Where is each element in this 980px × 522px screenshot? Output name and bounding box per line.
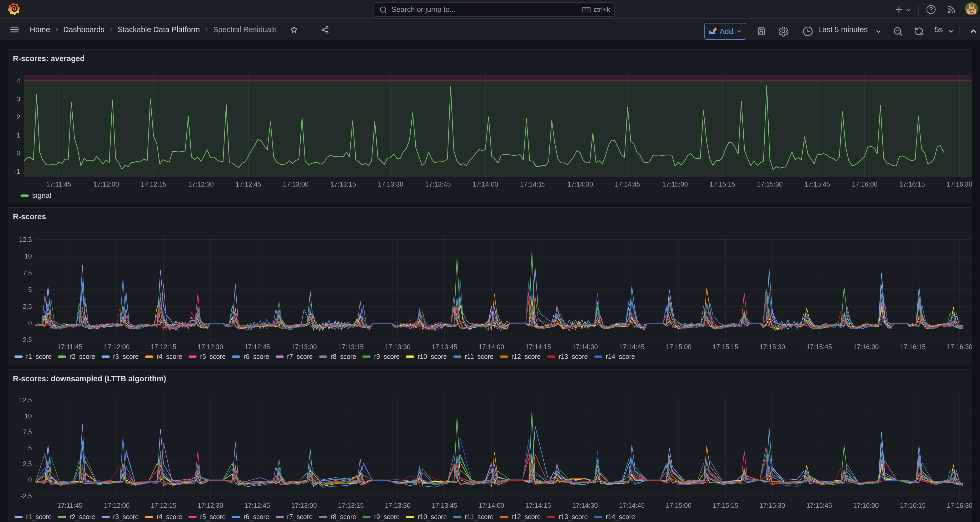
- svg-text:17:11:45: 17:11:45: [57, 502, 83, 509]
- svg-text:17:16:30: 17:16:30: [947, 180, 972, 188]
- svg-text:10: 10: [24, 252, 32, 260]
- svg-text:17:15:15: 17:15:15: [710, 180, 735, 188]
- svg-text:17:15:00: 17:15:00: [666, 502, 692, 509]
- svg-text:17:13:00: 17:13:00: [291, 502, 317, 509]
- svg-text:17:14:15: 17:14:15: [525, 502, 551, 509]
- svg-text:2.5: 2.5: [23, 460, 32, 468]
- svg-text:17:13:45: 17:13:45: [432, 343, 457, 350]
- svg-text:17:12:45: 17:12:45: [235, 180, 261, 188]
- svg-text:17:14:45: 17:14:45: [619, 343, 645, 350]
- svg-text:17:13:15: 17:13:15: [330, 180, 356, 188]
- svg-text:17:15:00: 17:15:00: [662, 180, 688, 188]
- svg-text:17:12:45: 17:12:45: [244, 343, 270, 350]
- svg-text:17:15:30: 17:15:30: [757, 180, 783, 188]
- svg-text:10: 10: [24, 412, 32, 420]
- svg-text:17:13:00: 17:13:00: [291, 343, 317, 350]
- svg-text:3: 3: [17, 96, 20, 103]
- svg-text:5: 5: [28, 286, 32, 293]
- svg-text:17:12:00: 17:12:00: [104, 343, 129, 350]
- svg-text:17:14:00: 17:14:00: [479, 502, 504, 509]
- svg-text:17:14:15: 17:14:15: [520, 180, 546, 188]
- svg-text:17:14:30: 17:14:30: [572, 502, 598, 509]
- svg-text:17:14:15: 17:14:15: [525, 343, 551, 350]
- svg-text:12.5: 12.5: [19, 396, 32, 404]
- svg-text:-1: -1: [14, 168, 20, 175]
- svg-text:17:13:00: 17:13:00: [283, 180, 309, 188]
- svg-text:17:15:15: 17:15:15: [713, 502, 738, 509]
- svg-text:17:15:30: 17:15:30: [759, 502, 785, 509]
- svg-text:17:11:45: 17:11:45: [46, 180, 71, 188]
- svg-text:17:16:15: 17:16:15: [900, 502, 926, 509]
- svg-text:-2.5: -2.5: [21, 492, 32, 500]
- svg-text:17:16:00: 17:16:00: [852, 180, 877, 188]
- svg-text:17:12:00: 17:12:00: [104, 502, 129, 509]
- svg-text:17:16:15: 17:16:15: [899, 180, 925, 188]
- svg-text:2.5: 2.5: [23, 303, 32, 310]
- svg-text:17:16:00: 17:16:00: [853, 343, 879, 350]
- svg-text:17:13:15: 17:13:15: [338, 343, 364, 350]
- svg-text:17:12:45: 17:12:45: [244, 502, 270, 509]
- svg-text:17:12:00: 17:12:00: [94, 180, 119, 188]
- svg-text:17:14:45: 17:14:45: [615, 180, 640, 188]
- svg-text:17:15:45: 17:15:45: [806, 502, 832, 509]
- svg-text:7.5: 7.5: [23, 269, 32, 277]
- svg-text:17:13:45: 17:13:45: [425, 180, 451, 188]
- svg-text:17:13:15: 17:13:15: [338, 502, 364, 509]
- svg-text:4: 4: [17, 77, 20, 85]
- svg-text:7.5: 7.5: [23, 428, 32, 436]
- svg-text:17:16:15: 17:16:15: [900, 343, 926, 350]
- svg-text:17:12:30: 17:12:30: [198, 343, 223, 350]
- svg-text:0: 0: [28, 319, 32, 327]
- svg-text:17:12:30: 17:12:30: [198, 502, 223, 509]
- svg-text:-2.5: -2.5: [21, 336, 32, 343]
- svg-text:17:11:45: 17:11:45: [57, 343, 83, 350]
- svg-text:1: 1: [17, 131, 20, 139]
- svg-text:5: 5: [28, 444, 32, 452]
- svg-text:17:15:45: 17:15:45: [806, 343, 832, 350]
- svg-text:12.5: 12.5: [19, 236, 32, 243]
- svg-text:17:15:30: 17:15:30: [759, 343, 785, 350]
- svg-text:17:14:30: 17:14:30: [572, 343, 598, 350]
- svg-text:17:16:30: 17:16:30: [947, 502, 972, 509]
- svg-text:17:16:00: 17:16:00: [853, 502, 879, 509]
- svg-text:17:15:45: 17:15:45: [804, 180, 830, 188]
- svg-text:17:12:15: 17:12:15: [151, 343, 177, 350]
- svg-text:17:12:15: 17:12:15: [151, 502, 177, 509]
- svg-text:17:14:30: 17:14:30: [568, 180, 593, 188]
- svg-text:17:13:30: 17:13:30: [385, 343, 410, 350]
- svg-text:17:14:00: 17:14:00: [479, 343, 504, 350]
- svg-text:0: 0: [28, 476, 32, 484]
- svg-text:17:15:00: 17:15:00: [666, 343, 692, 350]
- svg-text:17:14:45: 17:14:45: [619, 502, 645, 509]
- svg-text:17:12:15: 17:12:15: [141, 180, 166, 188]
- svg-text:2: 2: [17, 113, 20, 121]
- svg-text:17:12:30: 17:12:30: [188, 180, 214, 188]
- svg-text:0: 0: [17, 149, 20, 157]
- svg-text:17:16:30: 17:16:30: [947, 343, 972, 350]
- svg-text:17:13:30: 17:13:30: [385, 502, 410, 509]
- svg-text:17:15:15: 17:15:15: [713, 343, 738, 350]
- svg-text:17:14:00: 17:14:00: [473, 180, 498, 188]
- svg-text:17:13:30: 17:13:30: [378, 180, 403, 188]
- svg-text:17:13:45: 17:13:45: [432, 502, 457, 509]
